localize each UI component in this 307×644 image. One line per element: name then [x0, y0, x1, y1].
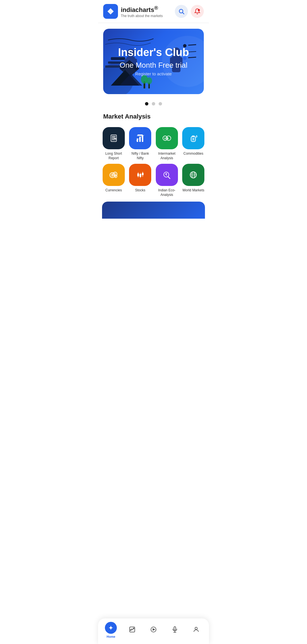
logo-container: indiacharts® The truth about the markets	[103, 4, 163, 19]
brand-tagline: The truth about the markets	[121, 14, 163, 18]
indian-eco-label: Indian Eco-Analysis	[155, 188, 179, 197]
stocks-icon	[129, 164, 151, 186]
banner-section: Insider's Club One Month Free trial Regi…	[98, 23, 209, 97]
long-short-report-label: Long Short Report	[102, 152, 125, 160]
svg-line-1	[182, 13, 184, 14]
brand-name: indiacharts®	[121, 5, 163, 14]
svg-text:$: $	[111, 174, 113, 177]
grid-item-commodities[interactable]: Commodities	[182, 127, 205, 160]
svg-rect-55	[140, 174, 141, 177]
svg-point-2	[198, 9, 200, 11]
promo-banner[interactable]: Insider's Club One Month Free trial Regi…	[103, 29, 204, 94]
intermarket-icon: $ £	[156, 127, 178, 149]
world-markets-label: World Markets	[182, 188, 204, 193]
svg-text:₹: ₹	[165, 173, 167, 176]
banner-subtitle: One Month Free trial	[120, 61, 187, 70]
svg-rect-53	[137, 173, 139, 176]
logo-text: indiacharts® The truth about the markets	[121, 5, 163, 18]
banner-title: Insider's Club	[118, 47, 189, 59]
commodities-label: Commodities	[183, 152, 203, 156]
grid-item-currencies[interactable]: $ € ¥ Currencies	[102, 164, 125, 197]
svg-text:¥: ¥	[115, 176, 116, 178]
indian-eco-icon: ₹	[156, 164, 178, 186]
app-header: indiacharts® The truth about the markets	[98, 0, 209, 23]
carousel-dots	[98, 97, 209, 108]
svg-text:$: $	[164, 137, 166, 140]
grid-item-nifty[interactable]: Nifty / Bank Nifty	[129, 127, 152, 160]
carousel-dot-3[interactable]	[159, 102, 162, 105]
svg-line-19	[188, 45, 196, 45]
svg-rect-57	[142, 173, 144, 175]
bottom-card-partial	[102, 202, 205, 219]
market-analysis-grid: Long Short Report Nifty / Bank Nifty $ £	[98, 123, 209, 202]
currencies-icon: $ € ¥	[103, 164, 125, 186]
reg-mark: ®	[154, 5, 158, 11]
svg-line-60	[168, 177, 170, 179]
grid-item-stocks[interactable]: Stocks	[129, 164, 152, 197]
search-button[interactable]	[175, 5, 188, 18]
svg-point-29	[146, 77, 152, 84]
svg-rect-39	[138, 134, 143, 135]
grid-item-indian-eco[interactable]: ₹ Indian Eco-Analysis	[155, 164, 179, 197]
intermarket-label: Intermarket Analysis	[155, 152, 179, 160]
grid-item-long-short-report[interactable]: Long Short Report	[102, 127, 125, 160]
commodities-icon	[182, 127, 204, 149]
grid-item-intermarket[interactable]: $ £ Intermarket Analysis	[155, 127, 179, 160]
header-actions	[175, 5, 204, 18]
stocks-label: Stocks	[135, 188, 145, 193]
nifty-icon	[129, 127, 151, 149]
svg-line-23	[188, 57, 196, 58]
svg-rect-34	[114, 138, 117, 139]
carousel-dot-1[interactable]	[145, 102, 148, 105]
notification-button[interactable]	[191, 5, 204, 18]
long-short-report-icon	[103, 127, 125, 149]
currencies-label: Currencies	[105, 188, 122, 193]
world-markets-icon	[182, 164, 204, 186]
logo-icon	[103, 4, 118, 19]
nifty-label: Nifty / Bank Nifty	[129, 152, 152, 160]
svg-text:£: £	[167, 137, 169, 140]
grid-item-world-markets[interactable]: World Markets	[182, 164, 205, 197]
section-title: Market Analysis	[98, 108, 209, 123]
banner-cta: Register to activate	[135, 71, 172, 76]
carousel-dot-2[interactable]	[152, 102, 155, 105]
